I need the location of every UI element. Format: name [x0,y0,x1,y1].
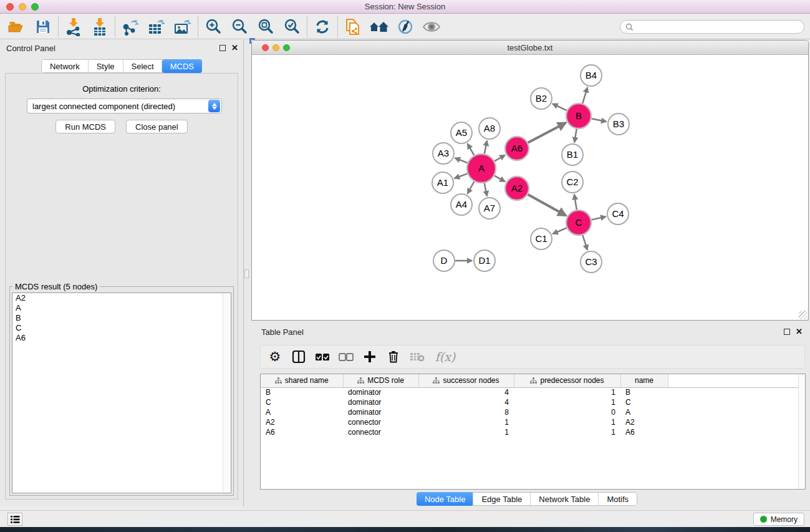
column-header[interactable]: MCDS role [343,374,418,387]
tab-mcds[interactable]: MCDS [162,59,202,73]
delete-table-button[interactable] [408,347,427,366]
search-field[interactable] [620,20,804,34]
graph-edge[interactable] [582,87,587,104]
graph-node-B1[interactable]: B1 [562,144,583,165]
optimization-criterion-dropdown[interactable]: largest connected component (directed) [27,99,222,114]
mcds-result-item[interactable]: B [12,313,231,323]
table-row[interactable]: Bdominator41B [261,387,805,397]
tab-node-table[interactable]: Node Table [417,492,474,506]
graph-node-C3[interactable]: C3 [581,251,602,273]
table-row[interactable]: Adominator80A [261,407,805,417]
home-button[interactable] [366,16,392,37]
graph-edge[interactable] [592,216,606,220]
float-panel-icon[interactable] [219,45,226,51]
graph-edge[interactable] [494,176,505,182]
graph-node-C1[interactable]: C1 [531,228,552,249]
table-row[interactable]: Cdominator41C [261,397,805,407]
export-image-button[interactable] [170,16,196,37]
column-header[interactable]: shared name [261,374,343,387]
graph-edge[interactable] [552,228,566,234]
graph-edge[interactable] [582,235,587,250]
search-input[interactable] [637,22,799,31]
window-resize-grip[interactable] [799,311,808,319]
splitter-handle[interactable] [244,269,249,278]
column-header[interactable]: name [620,374,668,387]
import-table-button[interactable] [87,16,113,37]
close-panel-icon[interactable]: ✕ [796,327,803,336]
zoom-out-button[interactable] [226,16,253,37]
table-settings-button[interactable]: ⚙ [266,347,284,366]
graph-edge[interactable] [468,143,475,155]
tab-select[interactable]: Select [123,60,162,72]
graph-node-C[interactable]: C [566,210,591,235]
graph-node-A[interactable]: A [467,154,496,183]
graph-node-B3[interactable]: B3 [608,114,629,135]
refresh-button[interactable] [309,16,335,37]
graph-edge[interactable] [455,158,468,163]
float-panel-icon[interactable] [784,329,790,335]
graph-edge[interactable] [485,141,487,154]
scrollbar-track[interactable] [223,293,231,493]
zoom-fit-button[interactable] [253,16,279,37]
mcds-result-item[interactable]: C [12,323,231,333]
task-history-button[interactable] [7,513,22,526]
deselect-all-button[interactable] [337,347,355,366]
graph-node-B2[interactable]: B2 [531,88,552,109]
table-scrollbar-track[interactable] [798,374,805,489]
zoom-selected-button[interactable] [279,16,305,37]
function-builder-button[interactable]: f(x) [432,347,459,366]
import-network-button[interactable] [60,16,87,37]
graph-edge[interactable] [485,183,487,196]
open-file-button[interactable] [4,16,30,37]
graph-edge[interactable] [574,195,577,210]
graph-node-C2[interactable]: C2 [562,172,583,193]
add-column-button[interactable] [360,347,379,366]
graph-node-A4[interactable]: A4 [451,194,472,215]
copy-network-button[interactable] [340,16,366,37]
column-header[interactable]: successor nodes [418,374,514,387]
delete-column-button[interactable] [384,347,403,366]
tab-edge-table[interactable]: Edge Table [473,493,530,505]
graph-edge[interactable] [574,129,577,143]
mcds-result-item[interactable]: A [12,303,231,313]
graph-node-A6[interactable]: A6 [505,137,529,160]
graph-edge[interactable] [528,123,566,143]
graph-node-B4[interactable]: B4 [581,65,602,86]
graph-node-D[interactable]: D [433,250,455,271]
graph-edge[interactable] [528,195,566,216]
zoom-in-button[interactable] [200,16,226,37]
graph-edge[interactable] [455,173,468,178]
close-panel-icon[interactable]: ✕ [231,43,238,52]
table-row[interactable]: A2connector11A2 [261,417,805,427]
tab-motifs[interactable]: Motifs [598,493,637,505]
graph-edge[interactable] [552,104,567,111]
save-session-button[interactable] [30,16,56,37]
graph-node-D1[interactable]: D1 [474,250,495,271]
graph-edge[interactable] [468,181,475,194]
memory-button[interactable]: Memory [753,513,804,526]
mcds-result-item[interactable]: A6 [12,333,231,343]
graph-node-A8[interactable]: A8 [479,118,500,139]
network-graph[interactable]: B4B2BB3A8A5A6A3B1AC2A1A2A4A7C4CC1DD1C3 [252,55,808,320]
graph-edge[interactable] [592,118,607,122]
network-canvas[interactable]: B4B2BB3A8A5A6A3B1AC2A1A2A4A7C4CC1DD1C3 [252,55,808,320]
export-network-button[interactable] [117,16,143,37]
show-graphics-button[interactable] [418,16,445,37]
network-window-titlebar[interactable]: testGlobe.txt [252,41,808,55]
graph-node-A2[interactable]: A2 [505,177,529,200]
close-panel-button[interactable]: Close panel [126,120,188,133]
select-all-button[interactable] [313,347,332,366]
table-row[interactable]: A6connector11A6 [261,427,805,437]
graph-node-A7[interactable]: A7 [479,198,500,219]
column-selector-button[interactable] [289,347,308,366]
tab-network[interactable]: Network [42,60,88,72]
mcds-result-item[interactable]: A2 [12,293,231,303]
hide-graphics-button[interactable] [392,16,418,37]
graph-node-A3[interactable]: A3 [433,143,454,164]
graph-node-A1[interactable]: A1 [432,172,453,193]
graph-node-B[interactable]: B [566,104,591,128]
tab-network-table[interactable]: Network Table [530,493,598,505]
graph-node-C4[interactable]: C4 [607,203,629,225]
mcds-result-list[interactable]: A2ABCA6 [12,293,231,493]
run-mcds-button[interactable]: Run MCDS [55,120,115,133]
